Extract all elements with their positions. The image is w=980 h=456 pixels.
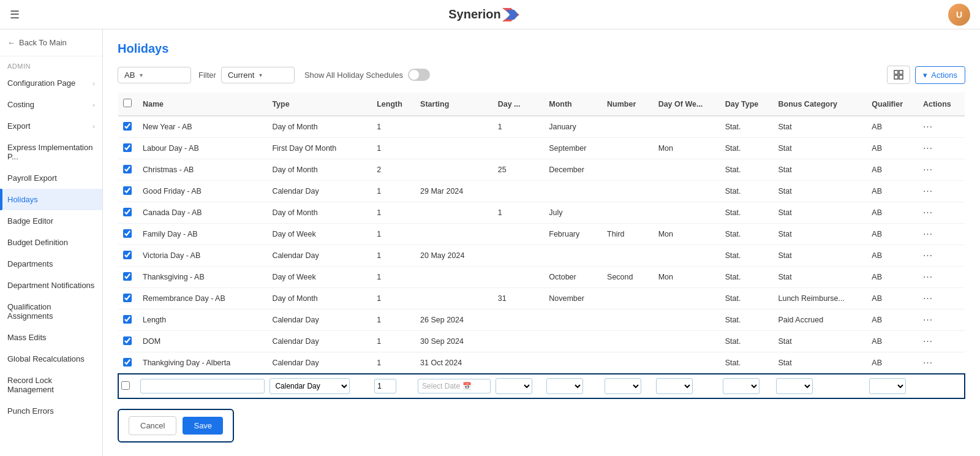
row-actions-button-1[interactable]: ···	[923, 143, 933, 154]
new-row-length-input[interactable]	[374, 379, 396, 393]
row-checkbox-0[interactable]	[123, 122, 132, 131]
row-actions-button-0[interactable]: ···	[923, 121, 933, 132]
holiday-schedules-toggle[interactable]	[408, 69, 430, 81]
cell-11-10: Stat	[774, 352, 867, 374]
row-checkbox-3[interactable]	[123, 186, 132, 195]
sidebar-item-label-global-recalculations: Global Recalculations	[0, 348, 102, 370]
row-checkbox-9[interactable]	[123, 315, 132, 324]
sidebar-item-badge-editor[interactable]: Badge Editor	[0, 210, 102, 232]
select-all-checkbox[interactable]	[123, 99, 132, 107]
hamburger-icon[interactable]: ☰	[10, 8, 20, 21]
row-actions-button-11[interactable]: ···	[923, 357, 933, 368]
cell-2-2: Day of Month	[267, 159, 372, 181]
sidebar-item-costing[interactable]: Costing›	[0, 94, 102, 115]
sidebar-item-record-lock-management[interactable]: Record Lock Management	[0, 370, 102, 400]
table-row: Thanksgiving - ABDay of Week1OctoberSeco…	[118, 267, 965, 288]
row-actions-button-5[interactable]: ···	[923, 229, 933, 240]
new-row-number-select[interactable]	[605, 378, 641, 394]
cell-0-4	[415, 116, 493, 138]
avatar[interactable]: U	[948, 4, 970, 26]
sidebar-item-label-holidays: Holidays	[0, 189, 102, 210]
cell-6-1: Victoria Day - AB	[138, 245, 267, 267]
svg-rect-2	[894, 70, 898, 74]
sidebar-item-mass-edits[interactable]: Mass Edits	[0, 327, 102, 348]
sidebar-item-global-recalculations[interactable]: Global Recalculations	[0, 348, 102, 370]
chevron-icon-costing: ›	[92, 101, 95, 108]
col-header-12: Actions	[918, 93, 965, 116]
new-row-dayType-select[interactable]	[723, 378, 760, 394]
cell-1-0	[118, 138, 138, 159]
actions-button[interactable]: ▾ Actions	[915, 66, 965, 84]
new-row-type-select[interactable]: Calendar DayDay of MonthDay of WeekFirst…	[270, 378, 350, 394]
sidebar-item-export[interactable]: Export›	[0, 115, 102, 137]
sidebar-item-department-notifications[interactable]: Department Notifications	[0, 275, 102, 296]
toggle-label: Show All Holiday Schedules	[304, 70, 403, 80]
sidebar-item-configuration-page[interactable]: Configuration Page›	[0, 72, 102, 94]
row-checkbox-2[interactable]	[123, 165, 132, 173]
row-actions-button-8[interactable]: ···	[923, 293, 933, 304]
cell-10-2: Calendar Day	[267, 331, 372, 352]
new-row-bonusCategory-select[interactable]	[776, 378, 813, 394]
row-checkbox-8[interactable]	[123, 294, 132, 302]
back-to-main-button[interactable]: ← Back To Main	[0, 29, 102, 56]
new-row-day-select[interactable]	[496, 378, 532, 394]
cell-1-2: First Day Of Month	[267, 138, 372, 159]
region-select[interactable]: AB ▾	[118, 67, 191, 83]
row-checkbox-11[interactable]	[123, 358, 132, 367]
row-actions-button-3[interactable]: ···	[923, 186, 933, 197]
sidebar-item-departments[interactable]: Departments	[0, 253, 102, 275]
sidebar-item-budget-definition[interactable]: Budget Definition	[0, 232, 102, 253]
cell-9-12: ···	[918, 310, 965, 331]
row-actions-button-4[interactable]: ···	[923, 207, 933, 218]
row-actions-button-2[interactable]: ···	[923, 164, 933, 175]
col-header-10: Bonus Category	[774, 93, 867, 116]
cell-2-7	[602, 159, 654, 181]
row-checkbox-10[interactable]	[123, 336, 132, 345]
sidebar-item-qualification-assignments[interactable]: Qualification Assignments	[0, 296, 102, 327]
cell-4-1: Canada Day - AB	[138, 202, 267, 224]
cell-7-8: Mon	[654, 267, 720, 288]
sidebar-label-global-recalculations: Global Recalculations	[7, 354, 85, 363]
sidebar-item-payroll-export[interactable]: Payroll Export	[0, 167, 102, 189]
row-actions-button-6[interactable]: ···	[923, 250, 933, 261]
new-row-checkbox[interactable]	[121, 381, 130, 390]
row-checkbox-4[interactable]	[123, 208, 132, 216]
cell-5-5	[493, 224, 545, 245]
export-button[interactable]	[887, 66, 910, 84]
bottom-actions: Cancel Save	[118, 409, 234, 443]
row-checkbox-5[interactable]	[123, 229, 132, 238]
cell-9-3: 1	[372, 310, 415, 331]
cell-10-3: 1	[372, 331, 415, 352]
active-bar	[0, 189, 2, 210]
sidebar-item-express-implementation[interactable]: Express Implementation P...	[0, 137, 102, 167]
cell-11-4: 31 Oct 2024	[415, 352, 493, 374]
cell-6-4: 20 May 2024	[415, 245, 493, 267]
new-row-dayOfWeek-select[interactable]	[656, 378, 693, 394]
new-row-qualifier-select[interactable]	[869, 378, 906, 394]
cell-8-10: Lunch Reimburse...	[774, 288, 867, 310]
row-actions-button-10[interactable]: ···	[923, 336, 933, 347]
calendar-icon[interactable]: 📅	[462, 382, 472, 390]
row-checkbox-1[interactable]	[123, 143, 132, 152]
cell-10-5	[493, 331, 545, 352]
save-button[interactable]: Save	[183, 417, 223, 435]
row-checkbox-6[interactable]	[123, 251, 132, 259]
cancel-button[interactable]: Cancel	[129, 416, 176, 435]
sidebar-label-punch-errors: Punch Errors	[7, 406, 54, 416]
filter-select[interactable]: Current ▾	[221, 67, 295, 83]
sidebar-item-punch-errors[interactable]: Punch Errors	[0, 400, 102, 422]
new-row-name-input[interactable]	[140, 379, 265, 393]
sidebar-label-express-implementation: Express Implementation P...	[7, 143, 95, 161]
row-actions-button-9[interactable]: ···	[923, 314, 933, 325]
cell-7-4	[415, 267, 493, 288]
row-actions-button-7[interactable]: ···	[923, 272, 933, 283]
svg-marker-1	[506, 10, 518, 20]
sidebar-item-holidays[interactable]: Holidays	[0, 189, 102, 210]
new-row-month-select[interactable]	[546, 378, 583, 394]
cell-7-11: AB	[867, 267, 918, 288]
sidebar-item-label-record-lock-management: Record Lock Management	[0, 370, 102, 400]
cell-9-7	[602, 310, 654, 331]
sidebar-label-export: Export	[7, 121, 31, 131]
row-checkbox-7[interactable]	[123, 272, 132, 281]
sidebar-item-label-express-implementation: Express Implementation P...	[0, 137, 102, 167]
